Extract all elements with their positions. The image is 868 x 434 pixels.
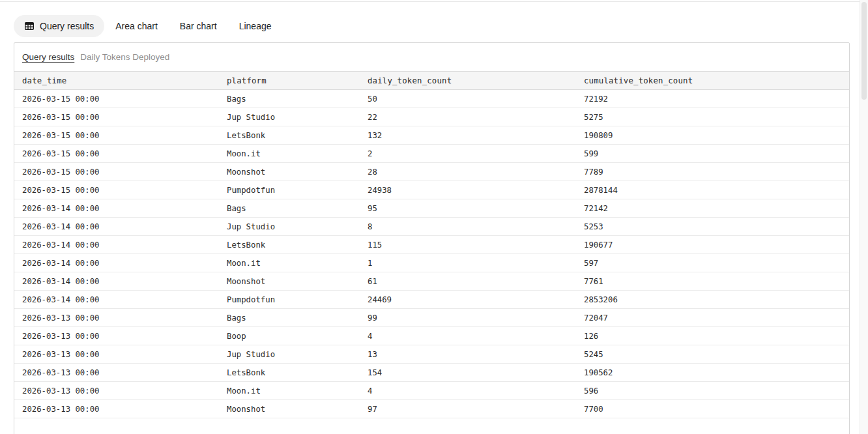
table-row: 2026-03-15 00:00LetsBonk132190809 <box>14 126 849 145</box>
table-row: 2026-03-13 00:00Moon.it4596 <box>14 382 849 400</box>
table-cell: 596 <box>576 382 849 400</box>
table-cell: 2026-03-13 00:00 <box>14 400 219 418</box>
table-cell: Bags <box>219 309 360 327</box>
table-cell: 2026-03-15 00:00 <box>14 181 219 199</box>
table-cell: 4 <box>360 327 576 345</box>
table-row: 2026-03-13 00:00Boop4126 <box>14 327 849 345</box>
table-cell: 2026-03-15 00:00 <box>14 145 219 163</box>
scrollbar-thumb[interactable] <box>861 2 867 100</box>
tab-bar-chart[interactable]: Bar chart <box>169 15 228 37</box>
table-cell: 2853206 <box>576 291 849 309</box>
table-cell: 4 <box>360 382 576 400</box>
table-cell: Jup Studio <box>219 218 360 236</box>
table-cell: 2026-03-14 00:00 <box>14 236 219 254</box>
table-row: 2026-03-14 00:00Moonshot617761 <box>14 272 849 291</box>
table-cell: 132 <box>360 126 576 145</box>
tab-query-results[interactable]: Query results <box>14 15 104 37</box>
table-row: 2026-03-13 00:00Jup Studio135245 <box>14 345 849 364</box>
table-row: 2026-03-15 00:00Jup Studio225275 <box>14 108 849 126</box>
table-cell: 72192 <box>576 90 849 108</box>
table-cell: Jup Studio <box>219 345 360 364</box>
table-row: 2026-03-13 00:00LetsBonk154190562 <box>14 364 849 382</box>
table-cell: 8 <box>360 218 576 236</box>
table-row: 2026-03-14 00:00Jup Studio85253 <box>14 218 849 236</box>
tab-lineage[interactable]: Lineage <box>228 15 283 37</box>
table-cell: Pumpdotfun <box>219 291 360 309</box>
table-cell: 2026-03-14 00:00 <box>14 291 219 309</box>
table-header: date_time platform daily_token_count cum… <box>14 72 849 90</box>
table-cell: Pumpdotfun <box>219 181 360 199</box>
table-cell: Moon.it <box>219 145 360 163</box>
table-body: 2026-03-15 00:00Bags50721922026-03-15 00… <box>14 90 849 418</box>
table-cell: 50 <box>360 90 576 108</box>
table-row: 2026-03-14 00:00Pumpdotfun244692853206 <box>14 291 849 309</box>
table-cell: 7789 <box>576 163 849 181</box>
main-content: Query results Area chart Bar chart Linea… <box>0 0 868 434</box>
panel-subtitle: Daily Tokens Deployed <box>80 52 169 62</box>
table-cell: 22 <box>360 108 576 126</box>
table-cell: 2878144 <box>576 181 849 199</box>
panel-header: Query results Daily Tokens Deployed <box>14 43 849 71</box>
table-icon <box>24 21 35 31</box>
table-cell: 2026-03-15 00:00 <box>14 90 219 108</box>
table-cell: 190809 <box>576 126 849 145</box>
column-header-cumulative-token-count: cumulative_token_count <box>576 72 849 90</box>
tab-label: Area chart <box>115 21 158 31</box>
table-row: 2026-03-14 00:00LetsBonk115190677 <box>14 236 849 254</box>
table-cell: Bags <box>219 90 360 108</box>
table-cell: Moonshot <box>219 163 360 181</box>
table-cell: Moonshot <box>219 272 360 291</box>
table-row: 2026-03-15 00:00Bags5072192 <box>14 90 849 108</box>
table-cell: 2026-03-14 00:00 <box>14 254 219 272</box>
table-cell: 2026-03-15 00:00 <box>14 108 219 126</box>
tab-label: Bar chart <box>180 21 217 31</box>
table-row: 2026-03-15 00:00Moonshot287789 <box>14 163 849 181</box>
column-header-platform: platform <box>219 72 360 90</box>
table-cell: 2026-03-13 00:00 <box>14 309 219 327</box>
view-tabbar: Query results Area chart Bar chart Linea… <box>14 15 850 37</box>
table-cell: 154 <box>360 364 576 382</box>
column-header-date-time: date_time <box>14 72 219 90</box>
table-cell: 2026-03-13 00:00 <box>14 345 219 364</box>
table-cell: 190562 <box>576 364 849 382</box>
table-row: 2026-03-15 00:00Moon.it2599 <box>14 145 849 163</box>
table-cell: 61 <box>360 272 576 291</box>
table-cell: Moonshot <box>219 400 360 418</box>
panel-title-link[interactable]: Query results <box>22 52 74 62</box>
table-cell: 95 <box>360 199 576 218</box>
table-cell: 2026-03-14 00:00 <box>14 199 219 218</box>
table-cell: 2026-03-15 00:00 <box>14 163 219 181</box>
table-cell: 2026-03-13 00:00 <box>14 364 219 382</box>
table-cell: 5245 <box>576 345 849 364</box>
table-cell: 99 <box>360 309 576 327</box>
table-cell: LetsBonk <box>219 126 360 145</box>
table-row: 2026-03-13 00:00Bags9972047 <box>14 309 849 327</box>
table-cell: 72142 <box>576 199 849 218</box>
tab-label: Lineage <box>239 21 272 31</box>
table-cell: 5275 <box>576 108 849 126</box>
results-table: date_time platform daily_token_count cum… <box>14 71 849 418</box>
table-cell: Boop <box>219 327 360 345</box>
table-cell: 2026-03-15 00:00 <box>14 126 219 145</box>
table-cell: 2026-03-14 00:00 <box>14 272 219 291</box>
table-cell: LetsBonk <box>219 236 360 254</box>
table-cell: 97 <box>360 400 576 418</box>
table-cell: 597 <box>576 254 849 272</box>
vertical-scrollbar[interactable] <box>860 0 868 434</box>
table-cell: 5253 <box>576 218 849 236</box>
table-cell: Bags <box>219 199 360 218</box>
table-cell: 2026-03-14 00:00 <box>14 218 219 236</box>
tab-area-chart[interactable]: Area chart <box>104 15 169 37</box>
table-cell: 2 <box>360 145 576 163</box>
table-cell: 28 <box>360 163 576 181</box>
table-cell: 24469 <box>360 291 576 309</box>
table-cell: 7761 <box>576 272 849 291</box>
table-cell: Moon.it <box>219 254 360 272</box>
column-header-daily-token-count: daily_token_count <box>360 72 576 90</box>
table-cell: 72047 <box>576 309 849 327</box>
table-cell: 599 <box>576 145 849 163</box>
table-cell: 13 <box>360 345 576 364</box>
table-row: 2026-03-15 00:00Pumpdotfun249382878144 <box>14 181 849 199</box>
table-cell: 1 <box>360 254 576 272</box>
table-cell: 2026-03-13 00:00 <box>14 327 219 345</box>
